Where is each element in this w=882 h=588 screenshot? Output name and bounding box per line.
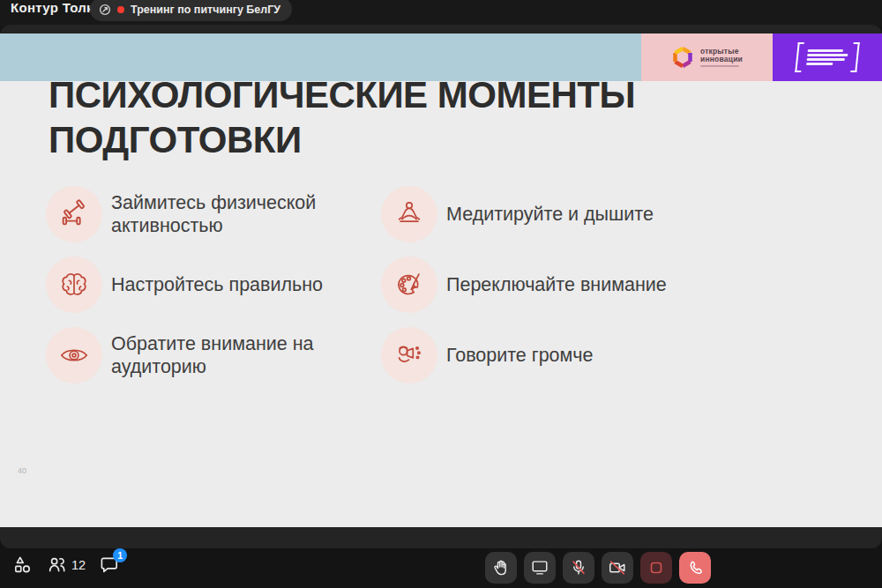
partner-logo-line2: инновации — [700, 56, 743, 63]
chat-unread-badge: 1 — [113, 548, 127, 562]
slide-page-number: 40 — [18, 466, 26, 475]
stop-recording-button[interactable] — [640, 552, 672, 584]
slide-title-line1: ПСИХОЛОГИЧЕСКИЕ МОМЕНТЫ — [49, 72, 825, 117]
shapes-icon — [12, 555, 33, 575]
shapes-board-button[interactable] — [12, 555, 33, 575]
meeting-tab-label: Тренинг по питчингу БелГУ — [131, 4, 280, 16]
slide-title: ПСИХОЛОГИЧЕСКИЕ МОМЕНТЫ ПОДГОТОВКИ — [49, 72, 825, 162]
list-item: Переключайте внимание — [381, 256, 716, 314]
list-item: Настройтесь правильно — [46, 256, 381, 314]
raise-hand-button[interactable] — [485, 552, 517, 584]
participants-button[interactable]: 12 — [47, 555, 86, 575]
microphone-muted-icon — [569, 558, 588, 577]
screenshare-panel: открытые инновации ПСИХОЛ — [0, 25, 882, 548]
raise-hand-icon — [491, 558, 511, 577]
list-item-label: Переключайте внимание — [446, 273, 667, 296]
dumbbell-icon — [46, 186, 102, 242]
monitor-icon — [530, 558, 549, 577]
presentation-slide: открытые инновации ПСИХОЛ — [0, 33, 882, 527]
top-bar: Контур Толк Тренинг по питчингу БелГУ — [0, 0, 882, 26]
microphone-muted-button[interactable] — [563, 552, 594, 584]
chat-button[interactable]: 1 — [100, 555, 120, 575]
brain-icon — [46, 257, 102, 313]
meeting-tab[interactable]: Тренинг по питчингу БелГУ — [90, 0, 292, 21]
list-item-label: Медитируйте и дышите — [446, 203, 654, 226]
list-item-label: Говорите громче — [446, 344, 594, 367]
palette-icon — [381, 257, 437, 313]
screen-share-button[interactable] — [524, 552, 556, 584]
slide-items: Займитесь физической активностью — [46, 185, 716, 384]
app-logo: Контур Толк — [11, 0, 93, 15]
bottom-toolbar: 12 1 — [0, 548, 882, 588]
megaphone-icon — [381, 327, 437, 383]
camera-off-button[interactable] — [602, 552, 633, 584]
hang-up-icon — [685, 558, 705, 577]
list-item: Говорите громче — [381, 326, 716, 384]
hang-up-button[interactable] — [679, 552, 711, 584]
app-window: Контур Толк Тренинг по питчингу БелГУ — [0, 0, 882, 588]
slide-title-line2: ПОДГОТОВКИ — [49, 117, 825, 162]
participants-count: 12 — [71, 558, 86, 572]
list-item: Займитесь физической активностью — [46, 185, 381, 243]
screenshare-icon — [99, 4, 111, 16]
camera-off-icon — [608, 558, 627, 577]
participants-icon — [47, 555, 67, 575]
list-item: Обратите внимание на аудиторию — [46, 326, 381, 384]
eye-icon — [46, 327, 102, 383]
list-item-label: Займитесь физической активностью — [111, 191, 342, 237]
partner-logo-tagline — [700, 65, 739, 67]
hexagon-logo — [671, 46, 694, 69]
recording-dot-icon — [117, 6, 124, 13]
stop-recording-icon — [647, 558, 666, 577]
bracket-logo — [795, 42, 860, 72]
list-item-label: Настройтесь правильно — [111, 273, 323, 296]
list-item: Медитируйте и дышите — [381, 185, 716, 243]
list-item-label: Обратите внимание на аудиторию — [111, 332, 342, 378]
meditation-icon — [381, 186, 437, 242]
